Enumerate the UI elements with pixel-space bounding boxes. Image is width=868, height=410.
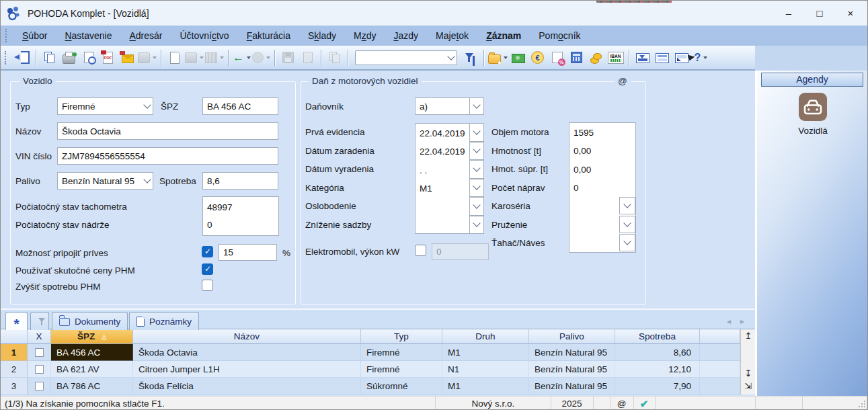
tachometer-value[interactable]: 48997 — [207, 198, 233, 216]
danovnik-value[interactable]: a) — [415, 97, 470, 115]
cell-x[interactable] — [28, 378, 51, 395]
tab-scroll-left-icon[interactable]: ◂ — [727, 317, 731, 326]
column-header-spotreba[interactable]: Spotreba — [615, 329, 700, 344]
close-agenda-icon[interactable] — [13, 49, 32, 67]
maximize-button[interactable]: □ — [804, 1, 835, 26]
close-button[interactable]: × — [835, 1, 866, 26]
tahac-naves-dropdown[interactable] — [619, 234, 635, 251]
table-scrollbar[interactable]: ↥ ↧ ⇲ — [740, 329, 755, 395]
menu-item-nastavenie[interactable]: Nastavenie — [56, 27, 120, 44]
spotreba-input[interactable]: 8,6 — [202, 172, 278, 190]
hmotnost-value[interactable]: 0,00 — [574, 142, 591, 160]
datum-vyradenia-dropdown[interactable] — [469, 160, 484, 179]
iban-icon[interactable]: IBAN — [606, 49, 625, 67]
menu-item-pomocnik[interactable]: Pomocník — [530, 27, 589, 44]
vat-calculator-icon[interactable]: % — [548, 49, 566, 67]
tab-poznamky[interactable]: Poznámky — [129, 312, 199, 330]
menu-item-jazdy[interactable]: Jazdy — [385, 27, 428, 44]
datum-vyradenia-value[interactable]: . . — [420, 161, 427, 179]
row-checkbox[interactable] — [35, 365, 44, 374]
column-header-typ[interactable]: Typ — [361, 329, 442, 344]
zvysit-phm-checkbox[interactable] — [202, 280, 213, 291]
menu-item-adresar[interactable]: Adresár — [120, 27, 171, 44]
objem-motora-value[interactable]: 1595 — [574, 124, 594, 141]
typ-combobox[interactable]: Firemné — [57, 97, 153, 115]
cell-x[interactable] — [28, 344, 51, 361]
print-preview-icon[interactable] — [79, 49, 97, 67]
znizenie-sadzby-dropdown[interactable] — [469, 216, 484, 235]
spz-input[interactable]: BA 456 AC — [202, 97, 278, 115]
expand-table-icon[interactable]: ⇲ — [741, 381, 756, 391]
vin-input[interactable]: ZJM7894556555554 — [57, 147, 278, 165]
new-record-icon[interactable] — [165, 49, 184, 67]
palivo-combobox[interactable]: Benzín Natural 95 — [57, 172, 153, 190]
oslobodenie-dropdown[interactable] — [469, 197, 484, 216]
panel-filter-icon[interactable] — [633, 49, 652, 67]
search-combobox[interactable] — [355, 50, 457, 65]
tab-new-record[interactable]: * — [5, 312, 28, 330]
karoseria-dropdown[interactable] — [619, 197, 635, 214]
column-header-druh[interactable]: Druh — [442, 329, 529, 344]
chevron-down-icon — [143, 101, 151, 108]
send-email-icon[interactable] — [118, 49, 136, 67]
calculator-icon[interactable] — [567, 49, 586, 67]
column-header-fill[interactable] — [700, 329, 740, 344]
menu-item-uctovnictvo[interactable]: Účtovníctvo — [171, 27, 237, 44]
menu-item-fakturacia[interactable]: Fakturácia — [238, 27, 299, 44]
scroll-to-top-icon[interactable]: ↥ — [741, 331, 756, 341]
tachometer-nadrz-box[interactable]: 48997 0 — [202, 196, 279, 236]
menu-item-subor[interactable]: Súbor — [13, 27, 56, 44]
print-icon[interactable] — [60, 49, 78, 67]
ceny-phm-checkbox[interactable] — [202, 263, 213, 275]
help-cursor-icon[interactable]: ? — [692, 49, 710, 67]
prives-checkbox[interactable] — [202, 246, 213, 257]
pocet-naprav-value[interactable]: 0 — [574, 179, 579, 197]
kategoria-dropdown[interactable] — [469, 179, 484, 198]
datum-zaradenia-value[interactable]: 22.04.2019 — [420, 143, 465, 161]
row-checkbox[interactable] — [35, 382, 44, 391]
agendy-header[interactable]: Agendy — [761, 73, 863, 87]
panel-info-icon[interactable] — [672, 49, 691, 67]
filter-icon[interactable] — [461, 49, 479, 67]
menu-item-majetok[interactable]: Majetok — [427, 27, 477, 44]
minimize-button[interactable]: – — [773, 1, 804, 26]
resize-grip[interactable] — [858, 400, 866, 408]
agenda-vozidla-label[interactable]: Vozidlá — [757, 126, 868, 136]
elektromobil-checkbox[interactable] — [415, 245, 426, 256]
asterisk-icon: * — [13, 316, 19, 332]
datum-zaradenia-dropdown[interactable] — [469, 142, 484, 161]
euro-icon[interactable]: € — [528, 49, 547, 67]
row-checkbox[interactable] — [35, 348, 44, 357]
prva-evidencia-value[interactable]: 22.04.2019 — [420, 124, 465, 142]
pdf-export-icon[interactable]: PDF — [99, 49, 117, 67]
column-header-spz[interactable]: ŠPZ△ — [51, 329, 133, 344]
prives-percent-input[interactable]: 15 — [219, 244, 277, 261]
nadrz-value[interactable]: 0 — [207, 216, 212, 233]
copy-record-icon[interactable] — [40, 49, 58, 67]
car-icon[interactable] — [798, 92, 828, 122]
panel-form-icon[interactable] — [653, 49, 671, 67]
column-header-palivo[interactable]: Palivo — [529, 329, 615, 344]
toolbar-separator — [321, 50, 321, 66]
prva-evidencia-dropdown[interactable] — [469, 123, 484, 142]
favorites-folder-icon[interactable] — [488, 49, 508, 67]
column-header-x[interactable]: X — [28, 329, 51, 344]
column-header-nazov[interactable]: Názov — [133, 329, 361, 344]
menu-item-mzdy[interactable]: Mzdy — [345, 27, 385, 44]
nazov-input[interactable]: Škoda Octavia — [57, 122, 278, 140]
tab-filter[interactable] — [30, 312, 49, 330]
danovnik-dropdown[interactable] — [469, 97, 484, 115]
cell-x[interactable] — [28, 361, 51, 378]
pruzenie-dropdown[interactable] — [619, 216, 635, 233]
coins-icon[interactable] — [587, 49, 605, 67]
tab-dokumenty[interactable]: Dokumenty — [52, 312, 128, 330]
menu-item-sklady[interactable]: Sklady — [299, 27, 345, 44]
cash-icon[interactable] — [509, 49, 527, 67]
scroll-to-bottom-icon[interactable]: ↧ — [741, 368, 756, 378]
back-icon[interactable]: ← — [233, 49, 251, 67]
status-check-icon: ✔ — [634, 397, 656, 410]
hmot-supr-value[interactable]: 0,00 — [574, 161, 591, 178]
kategoria-value[interactable]: M1 — [420, 180, 432, 198]
tab-scroll-right-icon[interactable]: ▸ — [740, 317, 744, 326]
menu-item-zaznam[interactable]: Záznam — [477, 27, 530, 44]
